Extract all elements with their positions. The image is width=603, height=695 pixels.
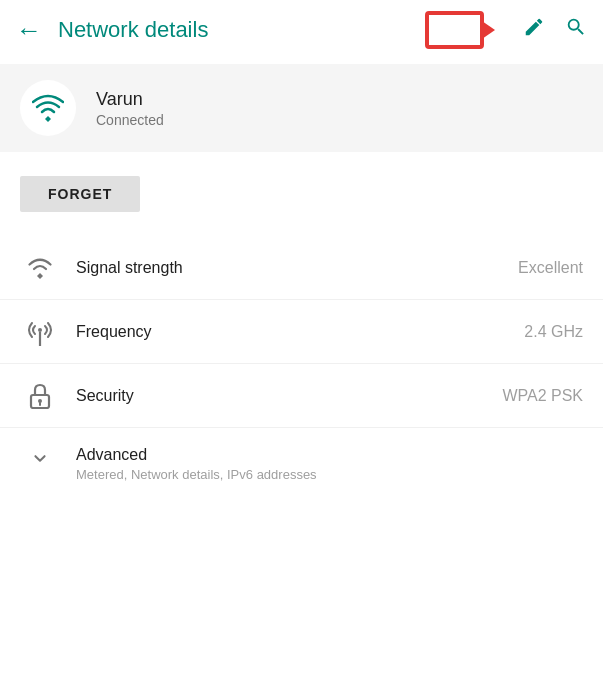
lock-icon-wrap	[20, 383, 60, 409]
frequency-value: 2.4 GHz	[524, 323, 583, 341]
frequency-row: Frequency 2.4 GHz	[0, 300, 603, 364]
svg-rect-0	[427, 13, 482, 47]
signal-strength-row: Signal strength Excellent	[0, 236, 603, 300]
annotation-arrow	[425, 11, 495, 49]
header-icons	[425, 11, 587, 49]
advanced-label: Advanced	[76, 444, 583, 466]
search-button[interactable]	[565, 16, 587, 44]
network-info-section: Varun Connected	[0, 64, 603, 152]
forget-button[interactable]: FORGET	[20, 176, 140, 212]
advanced-text: Advanced Metered, Network details, IPv6 …	[76, 444, 583, 485]
network-status: Connected	[96, 112, 164, 128]
signal-strength-icon	[27, 257, 53, 279]
lock-icon	[29, 383, 51, 409]
security-value: WPA2 PSK	[502, 387, 583, 405]
svg-point-3	[38, 328, 42, 332]
edit-button[interactable]	[523, 16, 545, 44]
network-icon-circle	[20, 80, 76, 136]
chevron-down-icon	[29, 447, 51, 469]
signal-strength-value: Excellent	[518, 259, 583, 277]
chevron-down-icon-wrap	[20, 444, 60, 469]
wifi-icon-large	[32, 94, 64, 122]
page-title: Network details	[58, 17, 425, 43]
forget-section: FORGET	[0, 152, 603, 236]
signal-strength-label: Signal strength	[76, 259, 518, 277]
frequency-label: Frequency	[76, 323, 524, 341]
header: ← Network details	[0, 0, 603, 60]
frequency-icon	[27, 318, 53, 346]
back-button[interactable]: ←	[16, 17, 42, 43]
network-name: Varun	[96, 88, 164, 111]
advanced-subtitle: Metered, Network details, IPv6 addresses	[76, 466, 583, 484]
frequency-icon-wrap	[20, 318, 60, 346]
security-label: Security	[76, 387, 502, 405]
signal-icon-wrap	[20, 257, 60, 279]
svg-marker-1	[482, 21, 495, 39]
security-row: Security WPA2 PSK	[0, 364, 603, 428]
network-text: Varun Connected	[96, 88, 164, 127]
advanced-row[interactable]: Advanced Metered, Network details, IPv6 …	[0, 428, 603, 501]
